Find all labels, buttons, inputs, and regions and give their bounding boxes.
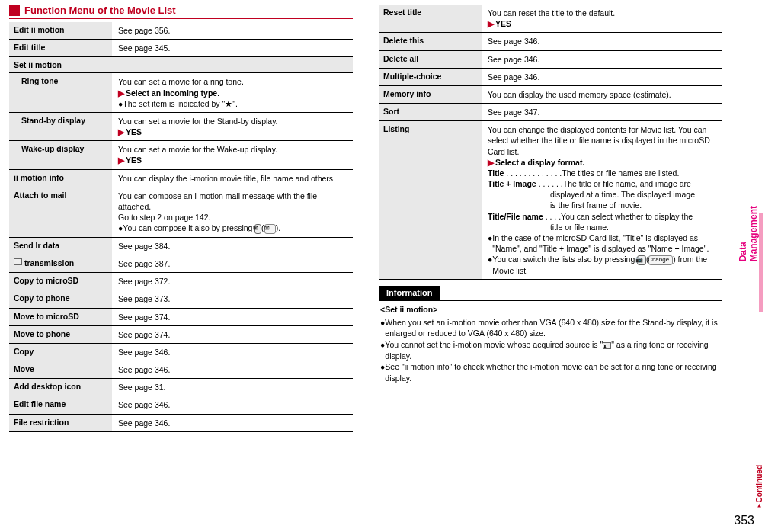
row-desc: See page 387. <box>112 255 353 272</box>
row-desc: See page 374. <box>112 326 353 343</box>
table-row: transmission See page 387. <box>9 255 353 273</box>
row-label: Delete all <box>379 51 482 68</box>
table-row: File restriction See page 346. <box>9 415 353 432</box>
text: You can change the displayed contents fo… <box>488 124 719 157</box>
page-number: 353 <box>734 514 754 527</box>
text: is the first frame of movie. <box>488 200 719 210</box>
text: Title + Image . . . . . .The title or fi… <box>488 178 719 189</box>
red-marker <box>9 5 20 16</box>
text: ●The set item is indicated by "★". <box>118 98 350 109</box>
text: ●You cannot set the i-motion movie whose… <box>380 339 721 361</box>
table-row: ii motion info You can display the i-mot… <box>9 170 353 187</box>
table-row: Edit ii motion See page 356. <box>9 22 353 40</box>
table-row: Delete this See page 346. <box>379 33 722 50</box>
table-row: Wake-up display You can set a movie for … <box>9 141 353 169</box>
row-label: File restriction <box>9 415 112 431</box>
table-row: Move to microSD See page 374. <box>9 309 353 326</box>
table-row: Listing You can change the displayed con… <box>379 121 722 280</box>
row-label: Move <box>9 361 112 378</box>
mail-button-icon: ✉ <box>264 224 276 234</box>
row-label: Edit title <box>9 40 112 56</box>
side-tab-text: Data Management <box>738 206 759 261</box>
row-label: Wake-up display <box>9 141 112 168</box>
source-icon: ⬇ <box>603 342 611 349</box>
row-label: Add desktop icon <box>9 379 112 396</box>
row-label: Stand-by display <box>9 113 112 140</box>
row-desc: You can set a movie for the Stand-by dis… <box>112 113 353 140</box>
row-desc: See page 31. <box>112 379 353 396</box>
text: You can compose an i-motion mail message… <box>118 191 350 212</box>
text: displayed at a time. The displayed image <box>488 189 719 200</box>
text: ▶YES <box>118 155 350 165</box>
text: You can set a movie for the Wake-up disp… <box>118 144 350 155</box>
row-label: Move to phone <box>9 326 112 343</box>
text: ▶Select a display format. <box>488 157 719 168</box>
row-desc: You can reset the title to the default. … <box>482 5 722 32</box>
text: Go to step 2 on page 142. <box>118 212 350 223</box>
row-desc: See page 356. <box>112 22 353 39</box>
arrow-icon: ▶ <box>118 88 124 98</box>
table-row: Memory info You can display the used mem… <box>379 86 722 104</box>
row-desc: See page 346. <box>482 69 722 85</box>
section-title: Function Menu of the Movie List <box>24 5 176 16</box>
row-desc: You can set a movie for a ring tone. ▶Se… <box>112 73 353 112</box>
row-label: Copy <box>9 344 112 361</box>
text: title or file name. <box>488 222 719 232</box>
row-label: Ring tone <box>9 73 112 112</box>
row-label: Set ii motion <box>9 57 353 72</box>
text: ●You can switch the lists also by pressi… <box>488 254 719 276</box>
row-desc: See page 384. <box>112 238 353 255</box>
table-row: Copy to phone See page 373. <box>9 290 353 308</box>
row-label: Listing <box>379 121 482 279</box>
camera-key-icon: 📷 <box>637 255 646 265</box>
text: ●When you set an i-motion movie other th… <box>380 317 721 339</box>
row-label: Sort <box>379 104 482 120</box>
text: You can set a movie for a ring tone. <box>118 76 350 87</box>
table-row: Sort See page 347. <box>379 104 722 121</box>
arrow-icon: ▶ <box>118 127 124 136</box>
row-desc: See page 347. <box>482 104 722 120</box>
arrow-icon: ▶ <box>118 155 124 165</box>
row-label: Attach to mail <box>9 187 112 237</box>
text: Title/File name . . . .You can select wh… <box>488 211 719 222</box>
info-header: Information <box>379 286 440 300</box>
row-label: Send Ir data <box>9 238 112 255</box>
section-header: Function Menu of the Movie List <box>9 5 353 19</box>
row-desc: You can display the used memory space (e… <box>482 86 722 103</box>
arrow-icon: ▶ <box>488 19 494 28</box>
table-row: Stand-by display You can set a movie for… <box>9 113 353 141</box>
table-row: Copy See page 346. <box>9 344 353 361</box>
table-row: Set ii motion <box>9 57 353 73</box>
row-label: Edit file name <box>9 396 112 413</box>
mail-key-icon: ✉ <box>254 224 261 234</box>
text: ●See "ii motion info" to check whether t… <box>380 361 721 383</box>
table-row: Delete all See page 346. <box>379 51 722 69</box>
info-box: Information <Set ii motion> ●When you se… <box>379 280 722 387</box>
row-label: Move to microSD <box>9 309 112 325</box>
table-row: Edit file name See page 346. <box>9 396 353 414</box>
table-row: Send Ir data See page 384. <box>9 238 353 255</box>
row-desc: See page 346. <box>112 415 353 431</box>
row-desc: See page 346. <box>112 344 353 361</box>
change-button-icon: Change <box>648 255 673 265</box>
arrow-icon: ▶ <box>488 158 494 167</box>
table-row: Reset title You can reset the title to t… <box>379 5 722 33</box>
table-row: Attach to mail You can compose an i-moti… <box>9 187 353 238</box>
table-row: Add desktop icon See page 31. <box>9 379 353 396</box>
row-label: Multiple-choice <box>379 69 482 85</box>
text: You can reset the title to the default. <box>488 8 719 18</box>
row-label: ii motion info <box>9 170 112 187</box>
table-row: Multiple-choice See page 346. <box>379 69 722 86</box>
row-desc: See page 346. <box>112 361 353 378</box>
row-desc: You can set a movie for the Wake-up disp… <box>112 141 353 168</box>
row-desc: See page 346. <box>482 51 722 68</box>
text: Title . . . . . . . . . . . . .The title… <box>488 168 719 178</box>
row-desc: You can display the i-motion movie title… <box>112 170 353 187</box>
info-body: <Set ii motion> ●When you set an i-motio… <box>379 300 722 387</box>
row-label: Copy to phone <box>9 290 112 307</box>
side-tab-marker <box>759 213 763 312</box>
row-desc: See page 374. <box>112 309 353 325</box>
table-row: Edit title See page 345. <box>9 40 353 57</box>
text: ●You can compose it also by pressing ✉( … <box>118 223 350 234</box>
text: ●In the case of the microSD Card list, "… <box>488 232 719 254</box>
